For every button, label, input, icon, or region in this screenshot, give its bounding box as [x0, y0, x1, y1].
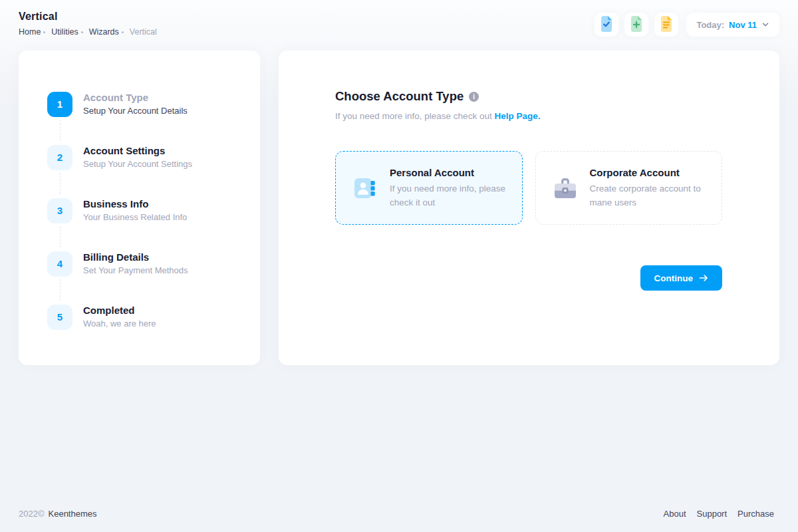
account-option-corporate[interactable]: Corporate Account Create corporate accou…	[535, 151, 723, 225]
title-block: Vertical Home Utilities Wizards Vertical	[19, 11, 160, 37]
content-heading-row: Choose Account Type i	[335, 88, 722, 104]
arrow-right-icon	[699, 274, 708, 282]
copyright-year: 2022©	[19, 509, 45, 519]
document-lines-button[interactable]	[654, 13, 678, 37]
step-number-badge: 4	[47, 251, 72, 277]
option-title: Personal Account	[390, 166, 506, 180]
stepper-step-account-settings[interactable]: 2 Account Settings Setup Your Account Se…	[47, 144, 237, 198]
step-text: Billing Details Set Your Payment Methods	[83, 251, 188, 277]
continue-label: Continue	[654, 273, 694, 283]
footer-links: About Support Purchase	[664, 509, 774, 519]
today-label: Today:	[696, 20, 724, 30]
option-text: Personal Account If you need more info, …	[390, 166, 506, 209]
page-title: Vertical	[19, 11, 160, 23]
breadcrumb-separator-dot	[43, 31, 45, 33]
stepper-step-business-info[interactable]: 3 Business Info Your Business Related In…	[47, 198, 237, 251]
breadcrumb-item-utilities[interactable]: Utilities	[51, 27, 78, 37]
document-check-button[interactable]	[595, 13, 618, 37]
footer-link-purchase[interactable]: Purchase	[737, 509, 774, 519]
step-number-badge: 2	[47, 145, 72, 170]
subtitle-text: If you need more info, please check out	[335, 111, 492, 121]
option-description: If you need more info, please check it o…	[390, 182, 506, 209]
step-subtitle: Setup Your Account Details	[83, 105, 188, 117]
breadcrumb-item-current: Vertical	[130, 27, 157, 37]
content-heading: Choose Account Type	[335, 88, 464, 104]
date-picker-button[interactable]: Today: Nov 11	[686, 13, 779, 37]
step-subtitle: Set Your Payment Methods	[83, 265, 188, 277]
document-add-icon	[629, 16, 644, 34]
account-type-options: Personal Account If you need more info, …	[335, 151, 722, 225]
stepper-step-completed[interactable]: 5 Completed Woah, we are here	[47, 304, 237, 330]
option-title: Corporate Account	[590, 166, 706, 180]
step-subtitle: Your Business Related Info	[83, 211, 187, 223]
account-option-personal[interactable]: Personal Account If you need more info, …	[335, 151, 523, 225]
step-subtitle: Woah, we are here	[83, 318, 156, 330]
briefcase-icon	[552, 176, 579, 201]
copyright: 2022© Keenthemes	[19, 509, 97, 519]
content-subtitle: If you need more info, please check out …	[335, 110, 722, 123]
main-content: 1 Account Type Setup Your Account Detail…	[0, 51, 798, 365]
help-page-link[interactable]: Help Page.	[494, 111, 540, 121]
breadcrumb-separator-dot	[81, 31, 83, 33]
step-title: Billing Details	[83, 251, 188, 264]
option-description: Create corporate account to mane users	[590, 182, 706, 209]
wizard-page: Vertical Home Utilities Wizards Vertical	[0, 0, 798, 532]
footer-link-about[interactable]: About	[664, 509, 686, 519]
page-footer: 2022© Keenthemes About Support Purchase	[0, 509, 798, 532]
today-value: Nov 11	[729, 20, 757, 30]
step-title: Account Settings	[83, 144, 192, 158]
step-title: Account Type	[83, 91, 188, 104]
step-text: Business Info Your Business Related Info	[83, 198, 187, 223]
breadcrumb-item-home[interactable]: Home	[19, 27, 41, 37]
copyright-brand-link[interactable]: Keenthemes	[49, 509, 97, 519]
wizard-stepper-card: 1 Account Type Setup Your Account Detail…	[19, 51, 260, 365]
breadcrumb-separator-dot	[122, 31, 124, 33]
header-toolbar: Today: Nov 11	[595, 13, 779, 37]
document-add-button[interactable]	[624, 13, 648, 37]
actions-row: Continue	[335, 265, 722, 291]
address-book-icon	[352, 175, 378, 201]
document-lines-icon	[659, 16, 674, 34]
step-title: Completed	[83, 304, 156, 317]
stepper-step-account-type[interactable]: 1 Account Type Setup Your Account Detail…	[47, 91, 237, 144]
breadcrumb: Home Utilities Wizards Vertical	[19, 27, 160, 37]
step-title: Business Info	[83, 198, 187, 211]
step-text: Completed Woah, we are here	[83, 304, 156, 330]
step-number-badge: 3	[47, 198, 72, 223]
option-text: Corporate Account Create corporate accou…	[590, 166, 706, 209]
document-check-icon	[599, 16, 614, 34]
step-number-badge: 5	[47, 305, 72, 330]
step-text: Account Type Setup Your Account Details	[83, 91, 188, 117]
step-subtitle: Setup Your Account Settings	[83, 158, 192, 170]
chevron-down-icon	[761, 19, 769, 31]
info-icon[interactable]: i	[469, 92, 479, 102]
page-header: Vertical Home Utilities Wizards Vertical	[0, 0, 798, 51]
continue-button[interactable]: Continue	[640, 265, 723, 291]
breadcrumb-item-wizards[interactable]: Wizards	[89, 27, 119, 37]
stepper-step-billing-details[interactable]: 4 Billing Details Set Your Payment Metho…	[47, 251, 237, 304]
footer-link-support[interactable]: Support	[697, 509, 728, 519]
step-text: Account Settings Setup Your Account Sett…	[83, 144, 192, 170]
step-number-badge: 1	[47, 92, 72, 117]
wizard-content-card: Choose Account Type i If you need more i…	[279, 51, 779, 365]
